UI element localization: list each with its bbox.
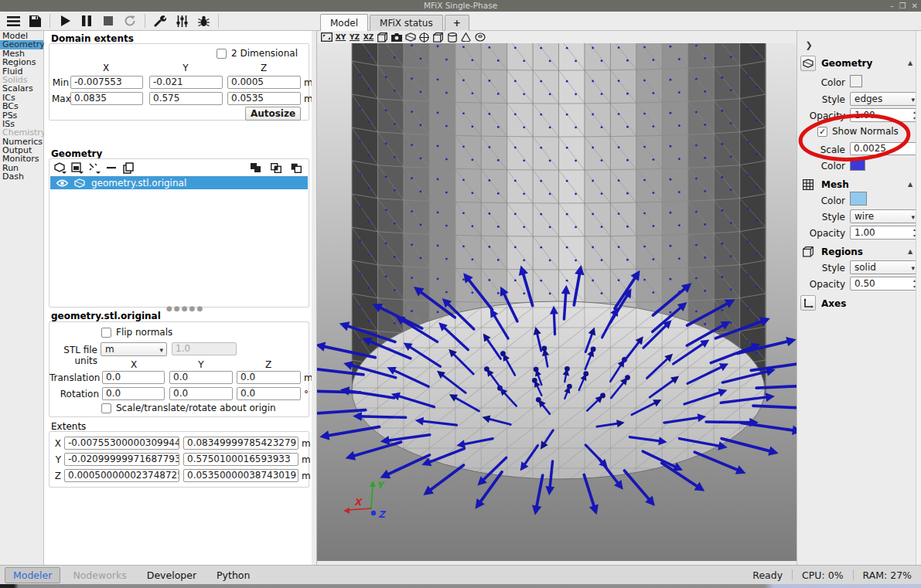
mesh-color-swatch[interactable]: [850, 192, 867, 206]
extents-xmin-field[interactable]: -0.0075530000030994415: [64, 437, 179, 450]
sidebar-item-regions[interactable]: Regions: [0, 58, 43, 66]
regions-opacity-spinbox[interactable]: 0.50: [850, 277, 919, 291]
collapse-arrow-icon[interactable]: ▲: [908, 59, 912, 66]
view-yz-icon[interactable]: YZ: [349, 32, 360, 43]
splitter-handle[interactable]: ●●●●●: [166, 304, 204, 312]
translation-y-field[interactable]: 0.0: [169, 371, 233, 384]
geometry-list-item[interactable]: geometry.stl.original: [50, 176, 308, 189]
geometry-color-swatch[interactable]: [850, 75, 862, 87]
boolean-union-icon[interactable]: [249, 161, 262, 174]
flip-normals-checkbox[interactable]: Flip normals: [101, 327, 172, 338]
zmax-field[interactable]: 0.0535: [227, 92, 301, 105]
toggle-geometry-icon[interactable]: [404, 32, 416, 43]
rotation-z-field[interactable]: 0.0: [237, 387, 301, 400]
toggle-sphere-icon[interactable]: [418, 32, 430, 43]
boolean-difference-icon[interactable]: [289, 161, 302, 174]
regions-box-icon[interactable]: [800, 244, 816, 260]
stop-button[interactable]: [97, 12, 119, 29]
rotation-y-field[interactable]: 0.0: [169, 387, 233, 400]
extents-y-unit: m: [302, 454, 311, 465]
minimize-button[interactable]: –: [890, 0, 894, 12]
boolean-intersect-icon[interactable]: [269, 161, 282, 174]
visibility-eye-icon[interactable]: [56, 179, 68, 187]
tab-model[interactable]: Model: [320, 14, 368, 31]
settings-sliders-icon[interactable]: [171, 12, 193, 29]
view-xy-icon[interactable]: XY: [335, 32, 346, 43]
show-normals-checkbox[interactable]: ✓ Show Normals: [817, 126, 899, 137]
menu-button[interactable]: [2, 12, 24, 29]
autosize-button[interactable]: Autosize: [245, 107, 301, 121]
panel-scrollbar[interactable]: [916, 31, 921, 565]
perspective-icon[interactable]: [377, 32, 388, 43]
xmax-field[interactable]: 0.0835: [70, 92, 143, 105]
geometry-item-label: geometry.stl.original: [91, 178, 186, 189]
toggle-cone-icon[interactable]: [460, 32, 472, 43]
normals-color-swatch[interactable]: [850, 158, 865, 171]
run-button[interactable]: [54, 12, 76, 29]
regions-group-title: Regions: [821, 246, 863, 257]
regions-style-combobox[interactable]: solid: [850, 260, 919, 274]
about-origin-checkbox[interactable]: Scale/translate/rotate about origin: [101, 403, 276, 413]
domain-extents-title: Domain extents: [51, 33, 134, 44]
normals-scale-field[interactable]: 0.0025: [850, 142, 919, 155]
add-geometry-icon[interactable]: [53, 161, 67, 174]
mesh-color-label: Color: [797, 195, 845, 206]
ymin-field[interactable]: -0.021: [149, 76, 223, 89]
extents-ymin-field[interactable]: -0.020999999716877937: [64, 453, 179, 466]
collapse-panel-icon[interactable]: ❯: [803, 39, 815, 51]
panel-splitter[interactable]: [312, 31, 317, 565]
tab-mfix-status[interactable]: MFiX status: [370, 15, 443, 31]
render-canvas[interactable]: XYZ: [317, 43, 796, 561]
toggle-cylinder-icon[interactable]: [446, 32, 458, 43]
copy-geometry-icon[interactable]: [121, 161, 135, 174]
tab-new[interactable]: +: [445, 15, 469, 31]
mesh-style-combobox[interactable]: wire: [850, 209, 919, 223]
debug-bug-icon[interactable]: [193, 12, 214, 29]
mode-button-python[interactable]: Python: [209, 568, 258, 583]
build-wrench-icon[interactable]: [149, 12, 171, 29]
toggle-box-icon[interactable]: [432, 32, 444, 43]
two-dimensional-checkbox[interactable]: 2 Dimensional: [217, 48, 298, 59]
status-bar: Modeler Nodeworks Developer Python Ready…: [0, 565, 921, 584]
screenshot-camera-icon[interactable]: [391, 32, 402, 43]
geometry-style-combobox[interactable]: edges: [850, 92, 919, 106]
translation-x-field[interactable]: 0.0: [102, 371, 165, 384]
mode-button-modeler[interactable]: Modeler: [5, 567, 60, 583]
add-primitive-icon[interactable]: [70, 161, 84, 174]
maximize-button[interactable]: ❒: [899, 0, 906, 12]
sidebar-item-dash[interactable]: Dash: [0, 172, 43, 181]
collapse-arrow-icon[interactable]: ▲: [908, 181, 912, 188]
extents-zmax-field[interactable]: 0.05350000038743019: [183, 469, 298, 482]
mode-button-developer[interactable]: Developer: [139, 568, 204, 583]
pause-button[interactable]: [76, 12, 97, 29]
remove-geometry-icon[interactable]: [104, 161, 118, 174]
collapse-arrow-icon[interactable]: ▲: [908, 248, 912, 255]
extents-xmax-field[interactable]: 0.08349999785423279: [183, 437, 298, 450]
geometry-visibility-icon[interactable]: [800, 56, 816, 71]
ymax-field[interactable]: 0.575: [149, 92, 223, 105]
axes-icon[interactable]: [800, 295, 816, 311]
toggle-torus-icon[interactable]: [474, 32, 486, 43]
geometry-opacity-spinbox[interactable]: 1.00: [850, 108, 919, 122]
mesh-style-label: Style: [797, 212, 845, 223]
extents-ymax-field[interactable]: 0.5750100016593933: [183, 453, 298, 466]
save-icon[interactable]: [24, 12, 46, 29]
sidebar-item-bcs[interactable]: BCs: [0, 102, 43, 110]
zmin-field[interactable]: 0.0005: [227, 76, 301, 89]
stl-units-combobox[interactable]: m: [101, 342, 167, 356]
view-xz-icon[interactable]: XZ: [363, 32, 374, 43]
reset-icon[interactable]: [119, 12, 141, 29]
add-procedural-icon[interactable]: [87, 161, 101, 174]
mesh-grid-icon[interactable]: [800, 177, 816, 192]
regions-style-label: Style: [797, 263, 845, 274]
reset-view-icon[interactable]: [321, 32, 333, 43]
close-button[interactable]: ✕: [912, 0, 918, 12]
rotation-x-field[interactable]: 0.0: [102, 387, 165, 400]
xmin-field[interactable]: -0.007553: [70, 76, 143, 89]
translation-z-field[interactable]: 0.0: [237, 371, 301, 384]
mesh-opacity-spinbox[interactable]: 1.00: [850, 226, 919, 240]
extents-zmin-field[interactable]: 0.0005000000237487257: [64, 469, 179, 482]
sidebar-item-chemistry: Chemistry: [0, 128, 43, 137]
main-toolbar: [0, 12, 223, 30]
extents-x-label: X: [53, 438, 61, 449]
